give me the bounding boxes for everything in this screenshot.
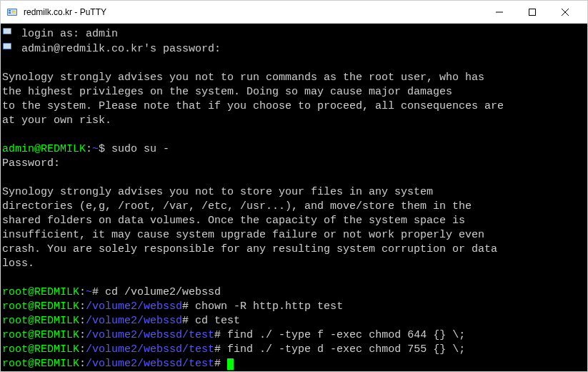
warning-text: Synology strongly advises you not to run… — [2, 71, 586, 85]
command: sudo su - — [111, 143, 169, 155]
prompt-sep: : — [79, 329, 86, 341]
close-button[interactable] — [549, 1, 582, 24]
prompt-path: /volume2/webssd — [86, 315, 182, 327]
command: find ./ -type d -exec chmod 755 {} \; — [227, 343, 465, 356]
warning-text: directories (e,g, /root, /var, /etc, /us… — [2, 200, 586, 214]
prompt-path: /volume2/webssd/test — [86, 358, 214, 370]
prompt-symbol: # — [214, 358, 227, 370]
prompt-path: ~ — [92, 143, 99, 155]
warning-text: loss. — [2, 257, 586, 271]
minimize-button[interactable] — [483, 1, 516, 24]
prompt-path: /volume2/webssd/test — [86, 329, 214, 341]
prompt-user: root@REDMILK — [2, 358, 79, 370]
warning-text: at your own risk. — [2, 114, 586, 128]
prompt-symbol: # — [182, 300, 195, 313]
prompt-user: admin@REDMILK — [2, 143, 86, 155]
warning-text: the highest privileges on the system. Do… — [2, 85, 586, 99]
putty-icon — [6, 6, 18, 18]
prompt-path: /volume2/webssd — [86, 300, 182, 313]
putty-window: redmilk.co.kr - PuTTY login as: admin ad… — [0, 0, 588, 372]
prompt-sep: : — [79, 315, 86, 327]
prompt-path: ~ — [86, 286, 92, 298]
prompt-symbol: # — [214, 329, 227, 341]
terminal-area[interactable]: login as: admin admin@redmilk.co.kr's pa… — [1, 24, 587, 371]
prompt-sep: : — [79, 286, 86, 298]
svg-rect-11 — [4, 44, 11, 49]
prompt-path: /volume2/webssd/test — [86, 343, 214, 356]
warning-text: to the system. Please note that if you c… — [2, 99, 586, 114]
warning-text: crash. You are solely responsible for an… — [2, 243, 586, 257]
svg-rect-3 — [9, 12, 11, 14]
prompt-sep: : — [79, 300, 86, 313]
warning-text: Synology strongly advises you not to sto… — [2, 185, 586, 200]
warning-text: insufficient, it may cause system upgrad… — [2, 228, 586, 243]
prompt-user: root@REDMILK — [2, 329, 79, 341]
window-controls — [483, 1, 582, 24]
svg-rect-2 — [9, 10, 11, 11]
prompt-symbol: # — [214, 343, 227, 356]
prompt-user: root@REDMILK — [2, 343, 79, 356]
command: find ./ -type f -exec chmod 644 {} \; — [227, 329, 465, 341]
command: cd test — [195, 315, 240, 327]
password-prompt: admin@redmilk.co.kr's password: — [21, 43, 221, 55]
prompt-sep: : — [86, 143, 92, 155]
cursor — [227, 358, 234, 370]
password-prompt: Password: — [2, 157, 586, 171]
window-title: redmilk.co.kr - PuTTY — [24, 7, 483, 17]
maximize-button[interactable] — [516, 1, 549, 24]
prompt-icon — [2, 41, 15, 57]
login-prompt: login as: admin — [21, 28, 118, 40]
svg-rect-5 — [529, 9, 536, 15]
command: chown -R http.http test — [195, 300, 343, 313]
command: cd /volume2/webssd — [105, 286, 221, 298]
titlebar[interactable]: redmilk.co.kr - PuTTY — [1, 1, 587, 24]
prompt-user: root@REDMILK — [2, 300, 79, 313]
prompt-symbol: # — [92, 286, 105, 298]
prompt-icon — [2, 26, 15, 41]
warning-text: shared folders on data volumes. Once the… — [2, 214, 586, 228]
prompt-user: root@REDMILK — [2, 286, 79, 298]
svg-rect-9 — [4, 29, 11, 34]
prompt-sep: : — [79, 343, 86, 356]
prompt-user: root@REDMILK — [2, 315, 79, 327]
prompt-symbol: # — [182, 315, 195, 327]
prompt-sep: : — [79, 358, 86, 370]
prompt-symbol: $ — [99, 143, 111, 155]
